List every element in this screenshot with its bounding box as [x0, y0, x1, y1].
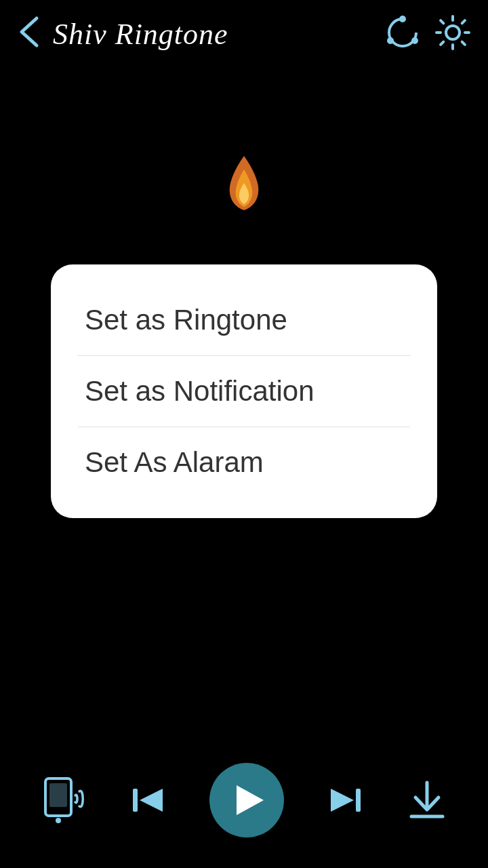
header-actions [385, 14, 472, 54]
set-alarm-button[interactable]: Set As Alaram [85, 427, 403, 498]
svg-point-1 [399, 16, 406, 22]
svg-rect-8 [133, 789, 138, 812]
back-button[interactable] [16, 15, 42, 54]
svg-marker-10 [237, 785, 264, 815]
play-button[interactable] [209, 763, 284, 837]
set-ringtone-button[interactable]: Set as Ringtone [85, 285, 403, 355]
flame-decoration [217, 149, 271, 233]
svg-marker-9 [140, 789, 163, 812]
settings-icon[interactable] [434, 14, 472, 54]
svg-rect-11 [356, 789, 361, 812]
previous-button[interactable] [127, 779, 169, 821]
playback-controls [0, 746, 488, 868]
sync-icon[interactable] [385, 15, 420, 53]
app-header: Shiv Ringtone [0, 0, 488, 68]
svg-point-3 [387, 37, 394, 44]
speaker-button[interactable] [40, 775, 87, 826]
svg-point-4 [446, 26, 460, 39]
svg-point-2 [411, 37, 418, 44]
page-title: Shiv Ringtone [53, 17, 228, 52]
download-button[interactable] [406, 777, 448, 823]
set-notification-button[interactable]: Set as Notification [85, 356, 403, 427]
svg-rect-6 [49, 783, 67, 807]
header-left: Shiv Ringtone [16, 15, 228, 54]
svg-point-7 [56, 818, 61, 823]
svg-marker-12 [331, 789, 354, 812]
context-menu: Set as Ringtone Set as Notification Set … [51, 264, 437, 518]
next-button[interactable] [324, 779, 366, 821]
